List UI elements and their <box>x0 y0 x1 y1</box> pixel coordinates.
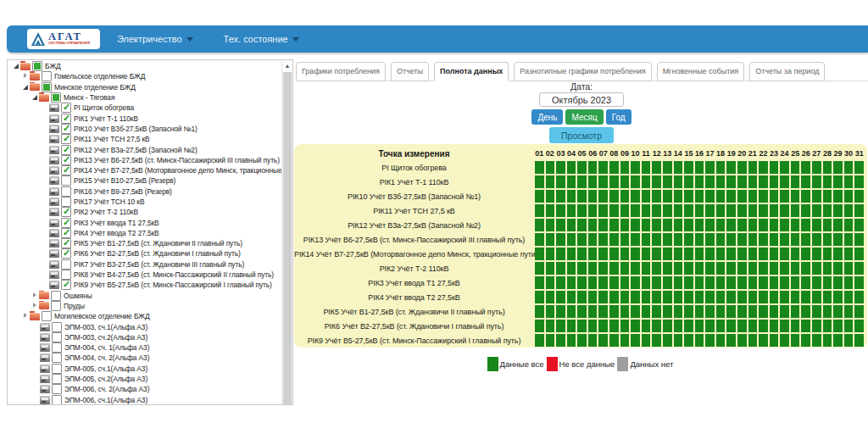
data-cell-full[interactable] <box>833 276 843 289</box>
tree-item[interactable]: ЭПМ-004, сч. 2(Альфа А3) <box>8 353 281 363</box>
data-cell-full[interactable] <box>556 291 565 303</box>
data-cell-full[interactable] <box>716 262 726 275</box>
data-cell-full[interactable] <box>674 334 683 347</box>
tree-item[interactable]: ЭПМ-003, сч.2(Альфа А3) <box>8 332 281 342</box>
data-cell-full[interactable] <box>770 233 779 246</box>
data-cell-full[interactable] <box>812 334 821 347</box>
tree-checkbox[interactable] <box>61 280 71 290</box>
data-cell-full[interactable] <box>791 334 800 347</box>
tree-item[interactable]: ЭПМ-005, сч.2(Альфа А3) <box>8 374 281 384</box>
data-cell-full[interactable] <box>598 334 608 347</box>
data-cell-full[interactable] <box>759 233 768 246</box>
tree-checkbox[interactable] <box>61 207 71 217</box>
tree-checkbox[interactable] <box>51 291 61 301</box>
data-cell-full[interactable] <box>844 276 854 289</box>
data-cell-full[interactable] <box>535 161 544 174</box>
data-cell-full[interactable] <box>556 204 565 217</box>
tree-item[interactable]: Минское отделение БЖД <box>8 82 281 92</box>
data-cell-full[interactable] <box>791 161 800 174</box>
tree-checkbox[interactable] <box>61 238 71 248</box>
data-cell-full[interactable] <box>598 276 608 289</box>
data-cell-full[interactable] <box>854 291 864 303</box>
data-cell-full[interactable] <box>663 161 672 174</box>
period-button[interactable]: Месяц <box>565 109 603 125</box>
data-cell-full[interactable] <box>759 334 768 347</box>
data-cell-full[interactable] <box>791 291 800 303</box>
data-cell-full[interactable] <box>567 291 576 303</box>
data-cell-full[interactable] <box>812 204 821 217</box>
data-cell-full[interactable] <box>780 320 789 332</box>
data-cell-full[interactable] <box>748 305 758 318</box>
data-cell-full[interactable] <box>770 190 779 203</box>
data-cell-full[interactable] <box>844 305 854 318</box>
tree-checkbox[interactable] <box>52 353 62 363</box>
data-cell-full[interactable] <box>770 204 779 217</box>
data-cell-full[interactable] <box>620 219 630 231</box>
data-cell-full[interactable] <box>631 276 640 289</box>
data-cell-full[interactable] <box>705 175 715 188</box>
data-cell-full[interactable] <box>812 175 821 188</box>
data-cell-full[interactable] <box>684 204 693 217</box>
tree-collapse-icon[interactable] <box>13 63 19 70</box>
data-cell-full[interactable] <box>652 204 661 217</box>
data-cell-full[interactable] <box>567 262 576 275</box>
data-cell-full[interactable] <box>577 248 587 260</box>
data-cell-full[interactable] <box>674 276 683 289</box>
data-cell-full[interactable] <box>705 276 715 289</box>
data-cell-full[interactable] <box>684 161 693 174</box>
data-cell-full[interactable] <box>577 320 587 332</box>
data-cell-full[interactable] <box>833 320 843 332</box>
data-cell-full[interactable] <box>748 276 758 289</box>
tree-item[interactable]: РІК13 Учёт В6-27,5кВ (ст. Минск-Пассажир… <box>8 155 281 165</box>
data-cell-full[interactable] <box>588 291 598 303</box>
tree-item[interactable]: РІК6 Учёт В2-27,5кВ (ст. Ждановичи I гла… <box>8 248 281 259</box>
data-cell-full[interactable] <box>833 334 843 347</box>
data-cell-full[interactable] <box>759 161 768 174</box>
data-cell-full[interactable] <box>556 248 565 260</box>
data-cell-full[interactable] <box>759 190 768 203</box>
data-cell-full[interactable] <box>823 161 832 174</box>
data-cell-full[interactable] <box>854 219 864 231</box>
data-cell-full[interactable] <box>844 204 854 217</box>
tree-checkbox[interactable] <box>52 395 62 405</box>
data-cell-full[interactable] <box>588 276 598 289</box>
data-cell-full[interactable] <box>674 248 683 260</box>
data-cell-full[interactable] <box>801 190 810 203</box>
data-cell-full[interactable] <box>780 305 789 318</box>
data-cell-full[interactable] <box>598 161 608 174</box>
data-cell-full[interactable] <box>684 190 693 203</box>
tree-item[interactable]: РІК2 Учёт Т-2 110кВ <box>8 207 281 217</box>
data-cell-full[interactable] <box>546 161 555 174</box>
data-cell-full[interactable] <box>770 219 779 231</box>
data-cell-full[interactable] <box>588 175 598 188</box>
data-cell-full[interactable] <box>716 305 726 318</box>
data-cell-full[interactable] <box>546 305 555 318</box>
data-cell-full[interactable] <box>844 262 854 275</box>
data-cell-full[interactable] <box>801 334 810 347</box>
data-cell-full[interactable] <box>759 204 768 217</box>
data-cell-full[interactable] <box>631 219 640 231</box>
data-cell-full[interactable] <box>812 219 821 231</box>
data-cell-full[interactable] <box>652 305 661 318</box>
data-cell-full[interactable] <box>737 262 747 275</box>
menu-item[interactable]: Тех. состояние <box>224 34 299 44</box>
data-cell-full[interactable] <box>844 291 854 303</box>
data-cell-full[interactable] <box>567 190 576 203</box>
menu-item[interactable]: Электричество <box>117 34 193 44</box>
data-cell-full[interactable] <box>535 262 544 275</box>
tree-checkbox[interactable] <box>51 92 61 103</box>
data-cell-full[interactable] <box>801 204 810 217</box>
data-cell-full[interactable] <box>705 204 715 217</box>
data-cell-full[interactable] <box>620 320 630 332</box>
tree-checkbox[interactable] <box>61 197 71 207</box>
data-cell-full[interactable] <box>844 233 854 246</box>
data-cell-full[interactable] <box>812 320 821 332</box>
data-cell-full[interactable] <box>674 320 683 332</box>
data-cell-full[interactable] <box>588 320 598 332</box>
data-cell-full[interactable] <box>567 219 576 231</box>
data-cell-full[interactable] <box>737 320 747 332</box>
tree-checkbox[interactable] <box>61 186 71 197</box>
data-cell-full[interactable] <box>535 190 544 203</box>
data-cell-full[interactable] <box>695 219 704 231</box>
data-cell-full[interactable] <box>588 204 598 217</box>
